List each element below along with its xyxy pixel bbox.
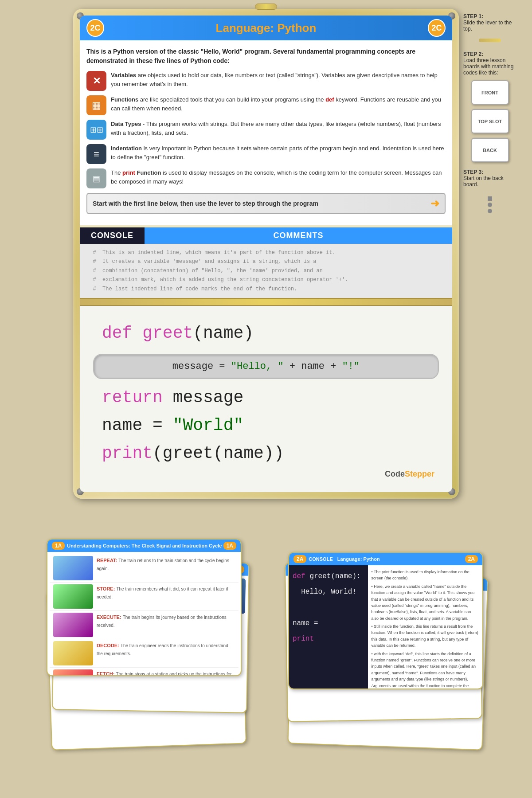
def-kw: def <box>102 324 142 343</box>
decode-label: DECODE: <box>97 643 121 648</box>
fetch-desc: The train stops at a station and picks u… <box>97 672 232 676</box>
print-fn: print <box>102 444 153 463</box>
intro-text: This is a Python version of the classic … <box>86 47 446 66</box>
code-line-name: name = "World" <box>102 416 439 435</box>
rtop-badge-right: 2A <box>465 555 478 563</box>
comments-tab[interactable]: COMMENTS <box>145 227 452 244</box>
print-text: The print Function is used to display me… <box>111 168 446 186</box>
step2-text: Load three lesson boards with matching c… <box>463 57 513 76</box>
title-prefix: Language: <box>216 21 278 35</box>
step-execute-text: EXECUTE: The train begins its journey ba… <box>97 613 235 629</box>
variables-text: Variables are objects used to hold our d… <box>111 71 446 88</box>
function-label: Function <box>137 169 161 176</box>
rtop-comment-2: • Here, we create a variable called "nam… <box>372 583 479 622</box>
rtop-header: 2A CONSOLE Language: Python 2A <box>289 553 482 565</box>
main-container: ⚙ CodeStepper ⚙ 2C Language <box>0 0 532 508</box>
rtop-code-right: • The print function is used to display … <box>368 565 482 689</box>
step3-text: Start on the back board. <box>463 175 504 188</box>
code-line-return: return message <box>102 388 439 407</box>
step1-label: STEP 1: <box>463 13 483 20</box>
train-img-decode <box>53 641 93 665</box>
excl-str: "!" <box>342 361 360 372</box>
side-dots <box>488 196 492 213</box>
comment-line-5: # The last indented line of code marks t… <box>86 285 446 293</box>
comment-line-2: # It creates a variable 'message' and as… <box>86 257 446 266</box>
rtop-name-line: name = <box>293 616 364 631</box>
train-img-repeat <box>53 556 93 580</box>
rtop-def-kw: def <box>293 572 305 580</box>
step1-text: Slide the lever to the top. <box>463 20 512 32</box>
datatypes-keyword: Data Types <box>111 121 141 127</box>
back-label: BACK <box>483 148 497 153</box>
title-lang: Python <box>277 21 316 35</box>
logo-stepper: Stepper <box>405 469 434 478</box>
functions-keyword: Functions <box>111 96 138 103</box>
variables-keyword: Variables <box>111 72 136 78</box>
rtop-empty-line <box>293 600 364 615</box>
train-step-execute: EXECUTE: The train begins its journey ba… <box>50 611 239 639</box>
feature-datatypes: ⊞⊞ Data Types - This program works with … <box>86 120 446 140</box>
return-kw: return <box>102 388 173 407</box>
comment-line-4: # exclamation mark, which is added using… <box>86 275 446 284</box>
step2-title: STEP 2: Load three lesson boards with ma… <box>463 51 516 76</box>
train-step-decode: DECODE: The train engineer reads the ins… <box>50 639 239 668</box>
datatypes-text: Data Types - This program works with str… <box>111 120 446 137</box>
arrow-right-icon: ➜ <box>430 197 439 210</box>
fetch-label: FETCH: <box>97 671 116 676</box>
rtop-comment-3: • Still inside the function, this line r… <box>372 623 479 649</box>
card3-header: 1A Understanding Computers: The Clock Si… <box>47 540 241 552</box>
world-str: "World" <box>173 416 244 435</box>
main-board: 2C Language: Python 2C This is a Python … <box>73 9 459 499</box>
left-card-3: 1A Understanding Computers: The Clock Si… <box>47 539 242 676</box>
front-card: FRONT <box>471 80 509 105</box>
variables-icon-symbol: ✕ <box>93 75 101 87</box>
right-panel: STEP 1: Slide the lever to the top. STEP… <box>463 9 516 499</box>
rtop-console-label: CONSOLE <box>309 556 332 562</box>
console-tab[interactable]: CONSOLE <box>80 227 145 244</box>
rtop-comment-4: • with the keyword "def", this line star… <box>372 651 479 689</box>
hello-str: "Hello, " <box>231 361 284 372</box>
lever-bar[interactable] <box>479 39 501 42</box>
code-strip-message: message = "Hello, " + name + "!" <box>93 354 439 379</box>
step3-block: STEP 3: Start on the back board. <box>463 169 516 188</box>
train-img-execute <box>53 613 93 637</box>
content-area: This is a Python version of the classic … <box>80 40 452 225</box>
icon-functions: ▦ <box>86 95 106 115</box>
step-decode-text: DECODE: The train engineer reads the ins… <box>97 641 235 657</box>
comment-line-1: # This is an indented line, which means … <box>86 248 446 257</box>
logo-code: Code <box>385 469 405 478</box>
bottom-logo: CodeStepper <box>93 467 439 483</box>
dot-3 <box>488 209 492 213</box>
top-slot-label: TOP SLOT <box>478 119 502 124</box>
train-step-fetch: FETCH: The train stops at a station and … <box>50 668 239 676</box>
execute-label: EXECUTE: <box>97 614 123 620</box>
card3-title: Understanding Computers: The Clock Signa… <box>67 543 222 548</box>
icon-print: ▤ <box>86 168 106 188</box>
functions-text: Functions are like specialized tools tha… <box>111 95 446 113</box>
rtop-content: def greet(name): Hello, World! name = pr… <box>289 565 482 689</box>
store-desc: The train remembers what it did, so it c… <box>97 587 228 599</box>
step-repeat-text: REPEAT: The train returns to the train s… <box>97 556 235 572</box>
start-instruction-text: Start with the first line below, then us… <box>93 200 318 207</box>
dot-2 <box>488 203 492 207</box>
rtop-badge: 2A <box>293 555 306 563</box>
train-img-fetch <box>53 669 93 676</box>
bottom-section: 1A Understanding Computers: The History … <box>0 508 532 756</box>
lever-handle-top[interactable] <box>255 4 277 10</box>
board-slider <box>80 298 452 306</box>
indentation-keyword: Indentation <box>111 145 142 152</box>
board-inner: 2C Language: Python 2C This is a Python … <box>80 16 452 492</box>
start-instruction: Start with the first line below, then us… <box>86 193 446 214</box>
front-label: FRONT <box>481 90 498 95</box>
page-wrapper: ⚙ CodeStepper ⚙ 2C Language <box>0 0 532 756</box>
card3-train-steps: REPEAT: The train returns to the train s… <box>47 552 241 676</box>
console-comments-bar: CONSOLE COMMENTS <box>80 227 452 244</box>
top-slot-card: TOP SLOT <box>471 109 509 133</box>
icon-datatypes: ⊞⊞ <box>86 120 106 140</box>
rtop-code-left: def greet(name): Hello, World! name = pr… <box>289 565 368 689</box>
full-board-wrapper: ⚙ CodeStepper ⚙ 2C Language <box>73 9 459 499</box>
icon-indentation: ≡ <box>86 144 106 164</box>
print-keyword: print <box>122 169 135 176</box>
greet-fn: greet <box>142 324 193 343</box>
feature-print: ▤ The print Function is used to display … <box>86 168 446 188</box>
